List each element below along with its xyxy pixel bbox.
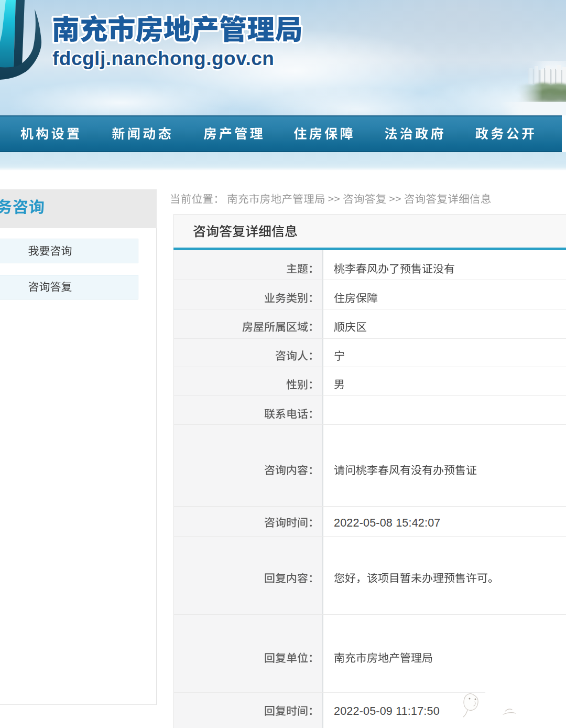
svg-text:fdcglj.nanchong.gov.cn: fdcglj.nanchong.gov.cn <box>52 48 274 69</box>
